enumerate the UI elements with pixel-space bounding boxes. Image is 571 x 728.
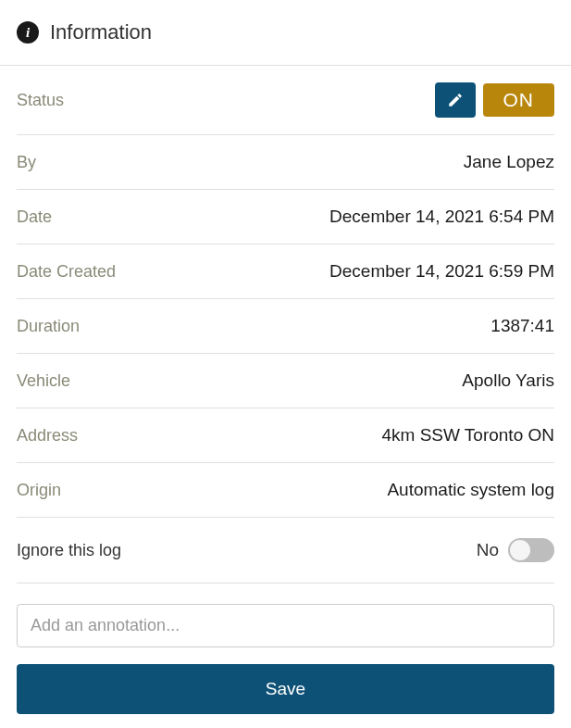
annotation-area [17,584,554,664]
status-label: Status [17,91,64,110]
by-value: Jane Lopez [464,152,554,172]
toggle-knob [510,540,530,560]
edit-status-button[interactable] [435,82,476,118]
ignore-label: Ignore this log [17,541,121,560]
address-row: Address 4km SSW Toronto ON [17,408,554,463]
date-created-row: Date Created December 14, 2021 6:59 PM [17,245,554,299]
vehicle-row: Vehicle Apollo Yaris [17,354,554,408]
address-value: 4km SSW Toronto ON [381,425,554,446]
date-row: Date December 14, 2021 6:54 PM [17,190,554,245]
date-created-label: Date Created [17,262,116,282]
date-created-value: December 14, 2021 6:59 PM [329,261,554,282]
status-row: Status ON [17,66,554,135]
annotation-input[interactable] [17,604,554,647]
ignore-value-label: No [477,540,499,560]
ignore-row: Ignore this log No [17,518,554,584]
ignore-toggle-group: No [477,538,554,562]
origin-row: Origin Automatic system log [17,463,554,518]
pencil-icon [447,92,464,108]
duration-value: 1387:41 [490,316,554,336]
ignore-toggle[interactable] [508,538,554,562]
status-badge: ON [483,83,555,117]
vehicle-value: Apollo Yaris [462,370,554,391]
info-icon: i [17,21,39,44]
date-label: Date [17,207,52,227]
address-label: Address [17,426,78,446]
by-label: By [17,153,36,172]
vehicle-label: Vehicle [17,371,70,391]
duration-row: Duration 1387:41 [17,299,554,354]
status-controls: ON [435,82,555,118]
panel-header: i Information [0,0,571,66]
by-row: By Jane Lopez [17,135,554,190]
origin-label: Origin [17,481,61,500]
save-button[interactable]: Save [17,664,554,714]
content-area: Status ON By Jane Lopez Date December 14… [0,66,571,728]
duration-label: Duration [17,317,80,336]
panel-title: Information [50,20,152,44]
date-value: December 14, 2021 6:54 PM [329,207,554,227]
origin-value: Automatic system log [387,480,554,500]
